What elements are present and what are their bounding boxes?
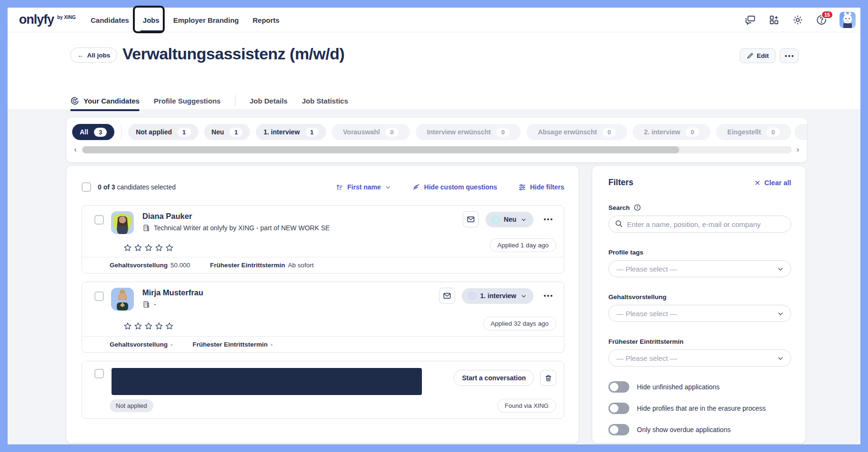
scroll-left-icon[interactable]: ‹	[72, 146, 79, 153]
star-icon[interactable]	[165, 244, 174, 252]
clear-all-filters-button[interactable]: Clear all	[754, 179, 791, 187]
pipeline-pill-interview-erwuenscht[interactable]: Interview erwünscht 0	[416, 124, 521, 140]
tab-job-details[interactable]: Job Details	[250, 94, 288, 107]
hide-filters-control[interactable]: Hide filters	[518, 183, 564, 191]
candidate-card-anonymous: Start a conversation Not applied Found v…	[82, 361, 564, 419]
toggle-row: Only show overdue applications	[608, 424, 791, 435]
salary-value: -	[170, 341, 173, 348]
applied-badge: Applied 1 day ago	[490, 238, 556, 252]
star-icon[interactable]	[155, 244, 163, 252]
scrollbar-track[interactable]	[82, 146, 792, 153]
tab-profile-suggestions[interactable]: Profile Suggestions	[154, 94, 221, 107]
tab-your-candidates[interactable]: Your Candidates	[70, 94, 140, 107]
hide-custom-questions-label: Hide custom questions	[424, 183, 497, 191]
candidate-cards: Diana Pauker Technical Writer at onlyfy …	[82, 205, 564, 419]
pipeline-pill-2-interview[interactable]: 2. interview 0	[633, 124, 710, 140]
back-all-jobs-button[interactable]: ← All jobs	[70, 47, 117, 63]
back-label: All jobs	[87, 52, 111, 59]
tab-job-statistics[interactable]: Job Statistics	[302, 94, 348, 107]
settings-gear-icon[interactable]	[792, 14, 803, 26]
entry-date-select[interactable]: — Please select —	[608, 349, 791, 367]
pipeline-pill-absage-erwuenscht[interactable]: Absage erwünscht 0	[526, 124, 627, 140]
edit-label: Edit	[757, 52, 769, 59]
profile-tags-label: Profile tags	[608, 249, 791, 256]
star-icon[interactable]	[134, 322, 142, 330]
pipeline-pill-not-applied[interactable]: Not applied 1	[128, 124, 198, 140]
rating-stars[interactable]	[123, 322, 174, 330]
delete-candidate-button[interactable]	[540, 370, 556, 386]
search-box	[608, 216, 791, 233]
star-icon[interactable]	[144, 322, 153, 330]
pill-count: 1	[306, 128, 318, 137]
candidate-name[interactable]: Diana Pauker	[142, 212, 330, 221]
candidate-avatar[interactable]	[111, 211, 134, 234]
status-dropdown[interactable]: 1. interview	[462, 288, 533, 304]
apps-grid-icon[interactable]	[768, 14, 780, 26]
filters-panel: Filters Clear all Search	[592, 166, 805, 443]
pipeline-pill-eingestellt[interactable]: Eingestellt 0	[716, 124, 791, 140]
nav-item-reports[interactable]: Reports	[252, 8, 280, 32]
edit-job-button[interactable]: Edit	[740, 48, 776, 63]
pill-label: 1. interview	[263, 128, 299, 136]
pill-label: Absage erwünscht	[538, 128, 597, 136]
star-icon[interactable]	[165, 322, 174, 330]
pill-count: 1	[230, 128, 243, 137]
job-more-button[interactable]	[780, 48, 799, 63]
rating-stars[interactable]	[123, 244, 174, 252]
select-all-checkbox[interactable]	[82, 182, 91, 192]
onlyfy-logo[interactable]: onlyfy by XING	[19, 12, 75, 27]
nav-item-jobs[interactable]: Jobs	[143, 8, 159, 32]
send-message-button[interactable]	[439, 288, 455, 304]
candidate-more-button[interactable]	[540, 295, 556, 297]
overdue-only-toggle[interactable]	[608, 424, 629, 435]
nav-item-employer-branding[interactable]: Employer Branding	[173, 8, 239, 32]
pipeline-pill-all[interactable]: All 3	[72, 124, 114, 140]
salary-field: Gehaltsvorstellung-	[110, 341, 173, 348]
logo-text: onlyfy	[19, 12, 54, 27]
candidate-checkbox[interactable]	[94, 369, 104, 378]
info-icon[interactable]	[634, 204, 641, 211]
pill-count: 0	[496, 128, 509, 137]
pill-count: 0	[686, 128, 699, 137]
profile-tags-select[interactable]: — Please select —	[608, 260, 791, 277]
nav-item-candidates[interactable]: Candidates	[91, 8, 129, 32]
sort-control[interactable]: First name	[336, 183, 391, 191]
help-icon[interactable]: 15	[816, 14, 827, 26]
star-icon[interactable]	[144, 244, 153, 252]
user-avatar[interactable]	[840, 12, 856, 28]
selection-count: 0 of 3	[98, 183, 115, 191]
status-dropdown[interactable]: Neu	[485, 212, 533, 227]
hide-erasure-toggle[interactable]	[608, 403, 629, 414]
scrollbar-thumb[interactable]	[83, 146, 679, 153]
pipeline-pill-1-interview[interactable]: 1. interview 1	[256, 124, 326, 140]
chevron-down-icon	[777, 265, 784, 273]
hide-unfinished-toggle[interactable]	[608, 381, 629, 393]
send-message-button[interactable]	[463, 211, 479, 227]
star-icon[interactable]	[123, 322, 132, 330]
stage-badge: Not applied	[110, 399, 153, 412]
selection-label: candidates selected	[117, 183, 176, 191]
sort-label: First name	[347, 183, 381, 191]
candidate-avatar[interactable]	[111, 288, 134, 311]
star-icon[interactable]	[123, 244, 132, 252]
star-icon[interactable]	[155, 322, 163, 330]
candidate-more-button[interactable]	[540, 218, 556, 220]
search-icon	[615, 219, 623, 228]
pipeline-pill-vorauswahl[interactable]: Vorauswahl 0	[332, 124, 410, 140]
header-actions: Edit	[740, 48, 799, 63]
pill-label: Eingestellt	[728, 128, 761, 136]
star-icon[interactable]	[134, 244, 142, 252]
messages-icon[interactable]	[745, 14, 756, 26]
source-badge: Found via XING	[497, 399, 557, 413]
candidate-checkbox[interactable]	[94, 292, 104, 301]
pill-label: Not applied	[136, 128, 172, 136]
candidate-checkbox[interactable]	[94, 215, 104, 225]
search-input[interactable]	[608, 216, 791, 233]
hide-custom-questions-control[interactable]: Hide custom questions	[412, 183, 497, 191]
scroll-right-icon[interactable]: ›	[794, 146, 801, 153]
pipeline-pill-neu[interactable]: Neu 1	[204, 124, 251, 140]
start-conversation-button[interactable]: Start a conversation	[454, 370, 534, 386]
applied-badge: Applied 32 days ago	[483, 317, 556, 330]
salary-select[interactable]: — Please select —	[608, 305, 791, 322]
candidate-name[interactable]: Mirja Musterfrau	[142, 288, 203, 297]
